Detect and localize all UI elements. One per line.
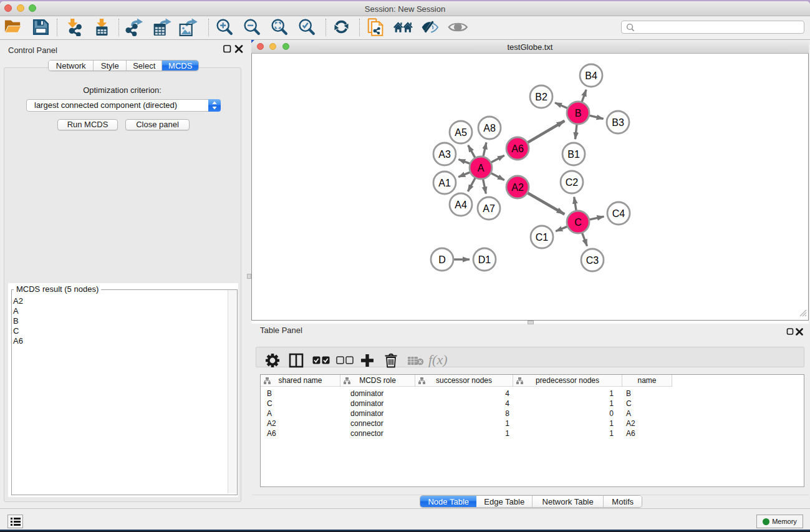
svg-text:A5: A5 xyxy=(455,127,467,138)
svg-text:C2: C2 xyxy=(566,177,579,188)
svg-text:A: A xyxy=(478,163,485,173)
svg-text:B2: B2 xyxy=(535,92,547,102)
svg-text:A6: A6 xyxy=(511,143,524,154)
svg-text:B1: B1 xyxy=(567,149,580,160)
svg-text:A1: A1 xyxy=(438,178,451,188)
svg-text:B: B xyxy=(575,108,582,118)
svg-text:C1: C1 xyxy=(536,232,549,243)
svg-text:A8: A8 xyxy=(483,123,496,133)
svg-text:C: C xyxy=(574,217,582,228)
svg-text:B3: B3 xyxy=(612,117,624,128)
svg-text:A2: A2 xyxy=(511,182,524,193)
svg-text:B4: B4 xyxy=(585,70,597,81)
svg-text:D1: D1 xyxy=(478,254,491,265)
svg-text:A7: A7 xyxy=(483,203,495,214)
svg-text:A4: A4 xyxy=(455,200,467,210)
svg-text:A3: A3 xyxy=(438,149,451,160)
svg-text:D: D xyxy=(438,254,446,265)
svg-text:C3: C3 xyxy=(586,255,599,266)
svg-text:C4: C4 xyxy=(612,208,625,219)
